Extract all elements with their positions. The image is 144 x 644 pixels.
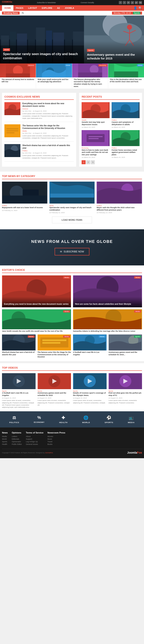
svg-rect-47 [89,138,99,139]
recent-date-1: on March 24, 2015 [82,126,110,128]
cat-meta-1: Politics [2,205,47,206]
list-item[interactable]: Sports [2,441,8,443]
page-btn-2[interactable]: 2 [86,160,90,164]
cat-footer-politics[interactable]: ⚖ POLITICS [10,415,19,424]
list-item[interactable]: Sports Details of Cosmos sport's coverag… [73,373,107,408]
load-more-button[interactable]: LOAD MORE ITEMS [52,216,92,223]
editor-item-img-4: Media [38,334,71,350]
user-icon[interactable]: 👤 [133,6,137,10]
list-item[interactable]: Log In/Sign Up [26,441,43,443]
editor-feat-badge-1: Media [63,276,70,278]
list-item[interactable]: Media A football star's new life in Los … [73,334,107,358]
health-label: HEALTH [59,422,68,424]
page-btn-1[interactable]: 1 [82,160,86,164]
video-date-2: on August 10, 2015 [38,397,71,399]
video-thumb-1 [2,373,36,389]
news-excerpt-2: Lorem ipsum dolor sit amet, consectetur … [22,135,74,139]
hero-main[interactable]: World Spectacular rarely seen images of … [0,16,84,64]
nav-a2[interactable]: A2 [55,5,62,11]
list-item[interactable]: Travel [47,441,65,443]
facebook-icon[interactable]: f [119,1,122,4]
list-item[interactable]: Sherlock drama has won a hat-trick of aw… [5,144,74,162]
cat-footer-grid: ⚖ POLITICS % ECONOMY ✚ HEALTH 🌐 WORLD ⚽ … [2,415,142,424]
cat-footer-world[interactable]: 🌐 WORLD [82,415,90,424]
svg-rect-37 [7,132,15,133]
list-item[interactable]: Economy The famous photographer who succ… [72,64,108,89]
list-item[interactable]: World This is the destination which has … [108,64,144,89]
list-item[interactable]: World Spectacular rarely seen images of … [49,182,95,214]
cat-footer-media[interactable]: 📺 MEDIA [128,415,134,424]
footer-col-tos-title: Terms of Service [26,432,43,434]
nav-pages[interactable]: PAGES [14,5,26,11]
list-item[interactable]: Health Genetic test may help spot depres… [82,102,110,128]
gplus-icon[interactable]: g+ [135,1,138,4]
list-item[interactable]: Media Sherlock drama has won a hat-trick… [2,334,36,358]
list-item[interactable]: Media Samantha Adams is defending her ma… [73,309,142,332]
editor-item-badge-4: Media [63,336,70,338]
list-item[interactable]: Politics Mayor said she thought the 2015… [97,182,142,214]
list-item[interactable]: World Ride your small motorcycle and liv… [36,64,72,89]
hero-section: World Spectacular rarely seen images of … [0,16,144,64]
list-item[interactable]: Support [26,438,43,440]
linkedin-icon[interactable]: in [127,1,130,4]
list-item[interactable]: Sports Anniversary games event and the s… [38,373,71,408]
editors-choice-section: EDITOR'S CHOICE Media Everything you nee… [0,266,144,361]
list-item[interactable]: General Issues [26,443,43,445]
svg-rect-71 [42,340,66,341]
list-item[interactable]: Books [47,443,65,445]
hero-secondary[interactable]: Sports Anniversary games event and the s… [84,16,144,64]
small-news-thumb-1: Science [0,64,36,78]
small-news-title-4: This is the destination which has one of… [110,78,142,83]
list-item[interactable]: Science The amount of money lent to stud… [0,64,36,89]
search-icon[interactable]: 🔍 [138,6,142,10]
list-item[interactable]: Sports Anniversary games event and the s… [109,334,142,358]
cat-footer-sports[interactable]: ⚽ SPORTS [105,415,113,424]
videos-section: TOP VIDEOS Sports A football star's new … [0,363,144,411]
list-item[interactable]: Everything you need to know about the ne… [5,102,74,122]
list-item[interactable]: Media Jane Smith reveals the one outfit … [2,309,71,332]
list-item[interactable]: Media Everything you need to know about … [2,276,71,307]
page-btn-5[interactable]: 5 [91,160,95,164]
nav-home[interactable]: HOME [2,5,14,11]
svg-rect-36 [7,130,18,131]
hero-secondary-badge: Sports [87,49,95,52]
video-title-1: A football star's new life in Los Angele… [2,392,36,396]
editor-item-title-1: Jane Smith reveals the one outfit she wo… [2,330,71,332]
editor-item-img-6: Sports [109,334,142,350]
cat-footer-health[interactable]: ✚ HEALTH [59,415,68,424]
list-item[interactable]: Media Here are some fun facts about cele… [73,276,142,307]
list-item[interactable]: About [26,436,43,438]
news-info-1: Everything you need to know about the ne… [22,102,74,119]
list-item[interactable]: Letters [12,436,22,438]
designer-link[interactable]: JoomlaFox [45,452,53,454]
list-item[interactable]: Music [47,438,65,440]
nav-joomla[interactable]: JOOMLA [62,5,77,11]
list-item[interactable]: Politics Causes and symptoms of dehydrat… [112,102,139,128]
cat-title-3: Mayor said she thought the 2015 cohort w… [97,206,142,211]
list-item[interactable]: World [2,438,8,440]
list-item[interactable]: Opinionator [12,441,22,443]
list-item[interactable]: Economy Here is how to make sure bank an… [82,130,110,158]
list-item[interactable]: The famous actor hits the stage for the … [5,124,74,142]
recent-cat-1: Health [82,119,110,121]
pinterest-icon[interactable]: p [131,1,134,4]
list-item[interactable]: Movies [47,436,65,438]
hero-main-overlay: World Spectacular rarely seen images of … [0,40,84,64]
news-title-1: Everything you need to know about the ne… [22,102,74,107]
twitter-icon[interactable]: t [123,1,126,4]
nav-explore[interactable]: EXPLORE [39,5,55,11]
list-item[interactable]: Politics Repayments will start at a lowe… [2,182,47,214]
category-grid: Politics Repayments will start at a lowe… [2,182,142,214]
list-item[interactable]: Media The famous actor hits the Stage fo… [38,334,71,358]
list-item[interactable]: Public Editor [12,443,22,445]
subscribe-button[interactable]: ✉ SUBSCRIBE NOW [55,248,89,256]
list-item[interactable]: Politics Former home secretary voted aga… [112,130,139,158]
rss-icon[interactable]: rss [139,1,142,4]
list-item[interactable]: Sports Find out what goes into the perfe… [109,373,142,408]
list-item[interactable]: Sports A football star's new life in Los… [2,373,36,408]
list-item[interactable]: Health [2,443,8,445]
list-item[interactable]: Media [2,436,8,438]
nav-layout[interactable]: LAYOUT [26,5,39,11]
list-item[interactable]: Editorials [12,438,22,440]
cat-footer-economy[interactable]: % ECONOMY [34,415,45,424]
